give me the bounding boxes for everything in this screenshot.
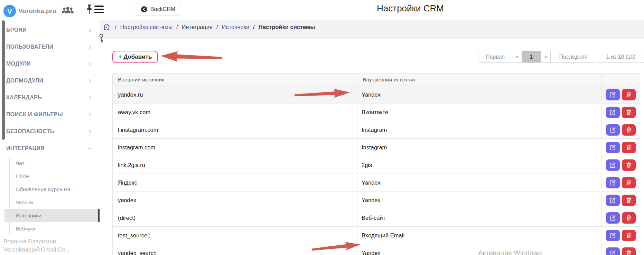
trash-icon bbox=[625, 179, 632, 186]
edit-button[interactable] bbox=[606, 124, 620, 136]
pagination-last-button[interactable]: Последняя bbox=[550, 51, 596, 63]
user-email: Voronkaapp@Gmail.Co... bbox=[3, 246, 70, 254]
pin-icon[interactable] bbox=[85, 4, 93, 14]
edit-button[interactable] bbox=[606, 247, 620, 255]
internal-source-cell: Yandex bbox=[357, 86, 602, 104]
delete-button[interactable] bbox=[622, 159, 636, 171]
delete-button[interactable] bbox=[622, 89, 636, 100]
edit-pencil-icon bbox=[609, 214, 616, 221]
table-row: l.instagram.com Instagram bbox=[113, 121, 640, 139]
external-source-cell: l.instagram.com bbox=[113, 121, 357, 139]
edit-pencil-icon bbox=[609, 126, 616, 133]
windows-activation-watermark: Активация Windows bbox=[478, 249, 542, 255]
sidebar-item-kalendar[interactable]: КАЛЕНДАРЬ› bbox=[0, 89, 100, 106]
edit-button[interactable] bbox=[606, 142, 620, 153]
chevron-down-icon: › bbox=[86, 147, 94, 150]
delete-button[interactable] bbox=[622, 230, 636, 241]
delete-button[interactable] bbox=[622, 195, 636, 206]
delete-button[interactable] bbox=[622, 177, 636, 188]
trash-icon bbox=[625, 249, 632, 255]
table-row: instagram.com Instagram bbox=[113, 139, 640, 156]
breadcrumb-link-system-settings[interactable]: Настройка системы bbox=[120, 24, 172, 30]
external-source-cell: Яндекс bbox=[113, 174, 357, 192]
menu-toggle-icon[interactable] bbox=[94, 6, 104, 15]
submenu-item-vebhuki[interactable]: Вебхуки bbox=[0, 222, 100, 235]
edit-pencil-icon bbox=[609, 197, 616, 204]
edit-button[interactable] bbox=[606, 159, 620, 171]
pagination-first-button[interactable]: Первая bbox=[478, 51, 512, 63]
pagination-prev-button[interactable]: « bbox=[512, 51, 522, 63]
table-header-row: Внешний источник Внутренний источник bbox=[113, 74, 640, 86]
chevron-right-icon: › bbox=[88, 60, 91, 68]
delete-button[interactable] bbox=[622, 107, 636, 118]
add-button[interactable]: + Добавить bbox=[112, 51, 158, 63]
sidebar-user-block[interactable]: Воронка Владимир Voronkaapp@Gmail.Co... bbox=[3, 237, 70, 254]
breadcrumb-link-sources[interactable]: Источники bbox=[222, 24, 250, 30]
edit-button[interactable] bbox=[606, 89, 620, 100]
sidebar-item-polzovateli[interactable]: ПОЛЬЗОВАТЕЛИ› bbox=[0, 38, 100, 55]
table-row: yandex.ru Yandex bbox=[113, 86, 640, 104]
external-source-cell: yandex.ru bbox=[113, 86, 357, 104]
chevron-right-icon: › bbox=[88, 128, 91, 135]
trash-icon bbox=[625, 91, 632, 98]
chevron-right-icon: › bbox=[88, 43, 91, 51]
chevron-right-icon: › bbox=[88, 111, 91, 118]
internal-source-cell: 2gis bbox=[357, 156, 602, 174]
pagination-current-page[interactable]: 1 bbox=[522, 51, 541, 63]
column-header-internal: Внутренний источник bbox=[357, 74, 602, 86]
submenu-item-zvonki[interactable]: Звонки bbox=[0, 196, 100, 209]
sidebar-item-poisk-i-filtry[interactable]: ПОИСК И ФИЛЬТРЫ› bbox=[0, 106, 100, 123]
edit-pencil-icon bbox=[609, 179, 616, 186]
sidebar: БРОНИ› ПОЛЬЗОВАТЕЛИ› МОДУЛИ› ДОПМОДУЛИ› … bbox=[0, 20, 100, 255]
table-row: Яндекс Yandex bbox=[113, 174, 640, 192]
edit-button[interactable] bbox=[606, 107, 620, 118]
integration-submenu: Чат LDAP Обновление Курса Ва... Звонки И… bbox=[0, 157, 100, 235]
submenu-item-chat[interactable]: Чат bbox=[0, 157, 100, 170]
pagination-summary: 1 из 10 (10) bbox=[598, 51, 644, 63]
crm-settings-screen: V Voronka.pro BackCRM Настройки CRM bbox=[0, 0, 644, 255]
pagination-next-button[interactable]: » bbox=[541, 51, 551, 63]
edit-button[interactable] bbox=[606, 212, 620, 224]
submenu-item-currency-update[interactable]: Обновление Курса Ва... bbox=[0, 183, 100, 196]
submenu-item-ldap[interactable]: LDAP bbox=[0, 170, 100, 183]
sidebar-item-integraciya[interactable]: ИНТЕГРАЦИЯ› bbox=[0, 140, 100, 157]
trash-icon bbox=[625, 126, 632, 133]
external-source-cell: yandex_search bbox=[113, 244, 357, 255]
home-icon[interactable] bbox=[102, 23, 111, 31]
table-row: link.2gis.ru 2gis bbox=[113, 156, 640, 174]
column-header-actions bbox=[602, 74, 640, 86]
sidebar-item-dopmoduli[interactable]: ДОПМОДУЛИ› bbox=[0, 72, 100, 89]
backcrm-label: BackCRM bbox=[150, 6, 175, 12]
trash-icon bbox=[625, 232, 632, 239]
internal-source-cell: Instagram bbox=[357, 139, 602, 156]
sidebar-menu: БРОНИ› ПОЛЬЗОВАТЕЛИ› МОДУЛИ› ДОПМОДУЛИ› … bbox=[0, 21, 100, 157]
breadcrumb-separator: / bbox=[216, 24, 218, 30]
internal-source-cell: Yandex bbox=[357, 174, 602, 192]
edit-button[interactable] bbox=[606, 177, 620, 188]
delete-button[interactable] bbox=[622, 212, 636, 224]
backcrm-button[interactable]: BackCRM bbox=[135, 3, 181, 16]
internal-source-cell: Instagram bbox=[357, 121, 602, 139]
app-logo[interactable]: V Voronka.pro bbox=[3, 5, 57, 17]
table-row: away.vk.com Вконтакте bbox=[113, 104, 640, 121]
column-header-external: Внешний источник bbox=[113, 74, 357, 86]
breadcrumb: / Настройка системы / Интеграция / Источ… bbox=[102, 23, 315, 31]
pagination: Первая « 1 » Последняя bbox=[478, 51, 596, 63]
external-source-cell: (direct) bbox=[113, 209, 357, 227]
submenu-item-istochniki-active[interactable]: Источники bbox=[4, 209, 100, 222]
external-source-cell: test_source1 bbox=[113, 227, 357, 244]
add-button-label: + Добавить bbox=[119, 53, 152, 60]
breadcrumb-separator: / bbox=[253, 24, 255, 30]
trash-icon bbox=[625, 109, 632, 116]
table-row: (direct) Веб-сайт bbox=[113, 209, 640, 227]
delete-button[interactable] bbox=[622, 142, 636, 153]
sidebar-item-bezopasnost[interactable]: БЕЗОПАСНОСТЬ› bbox=[0, 123, 100, 140]
sidebar-item-moduli[interactable]: МОДУЛИ› bbox=[0, 55, 100, 72]
edit-button[interactable] bbox=[606, 230, 620, 241]
delete-button[interactable] bbox=[622, 124, 636, 136]
edit-button[interactable] bbox=[606, 195, 620, 206]
sidebar-item-broni[interactable]: БРОНИ› bbox=[0, 21, 100, 38]
delete-button[interactable] bbox=[622, 247, 636, 255]
trash-icon bbox=[625, 214, 632, 221]
users-icon[interactable] bbox=[62, 6, 74, 14]
